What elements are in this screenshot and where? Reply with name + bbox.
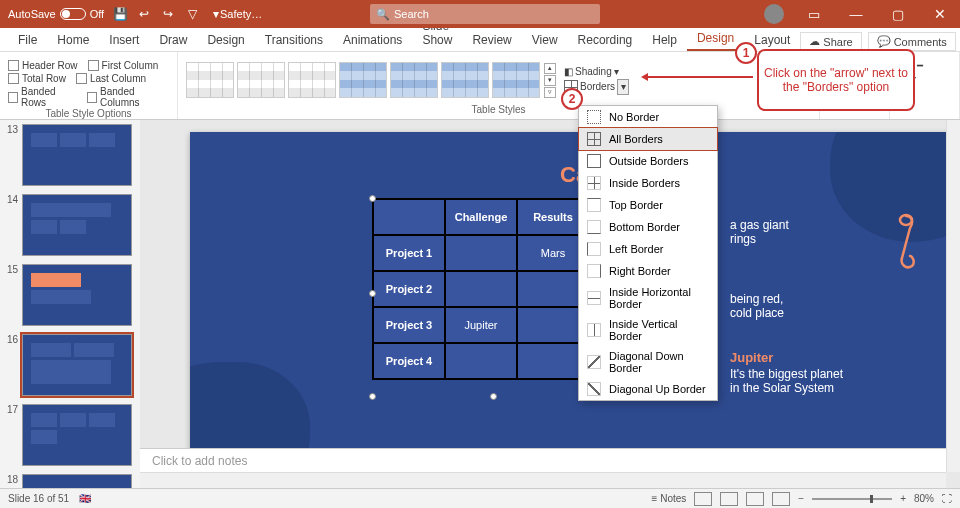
gallery-expand[interactable]: ▴▾▿ [543, 63, 557, 98]
normal-view-icon[interactable] [694, 492, 712, 506]
annotation-badge-1: 1 [735, 42, 757, 64]
redo-icon[interactable]: ↪ [160, 6, 176, 22]
title-bar: AutoSave Off 💾 ↩ ↪ ▽ ▾ Safety… 🔍 Search … [0, 0, 960, 28]
annotation-badge-2: 2 [561, 88, 583, 110]
style-thumb[interactable] [288, 62, 336, 98]
tab-draw[interactable]: Draw [149, 29, 197, 51]
status-bar: Slide 16 of 51 🇬🇧 ≡ Notes − + 80% ⛶ [0, 488, 960, 508]
user-avatar[interactable] [764, 4, 784, 24]
table-styles-gallery[interactable]: ▴▾▿ ◧Shading▾ Borders ▾ [186, 56, 811, 104]
style-thumb[interactable] [186, 62, 234, 98]
zoom-slider[interactable] [812, 498, 892, 500]
fill-icon: ◧ [564, 66, 573, 77]
text-line: cold place [730, 306, 784, 320]
slide-counter[interactable]: Slide 16 of 51 [8, 493, 69, 504]
selection-handle[interactable] [369, 195, 376, 202]
menu-diagonal-up-border[interactable]: Diagonal Up Border [579, 378, 717, 400]
style-thumb[interactable] [492, 62, 540, 98]
slide-thumbnails-panel[interactable]: 13 14 15 16 17 18 [0, 120, 140, 488]
close-button[interactable]: ✕ [920, 0, 960, 28]
chk-banded-cols[interactable]: Banded Columns [87, 86, 169, 108]
fit-slide-icon[interactable]: ⛶ [942, 493, 952, 504]
tab-view[interactable]: View [522, 29, 568, 51]
menu-inside-vertical-border[interactable]: Inside Vertical Border [579, 314, 717, 346]
menu-bottom-border[interactable]: Bottom Border [579, 216, 717, 238]
menu-all-borders[interactable]: All Borders [579, 128, 717, 150]
menu-diagonal-down-border[interactable]: Diagonal Down Border [579, 346, 717, 378]
zoom-in-icon[interactable]: + [900, 493, 906, 504]
start-show-icon[interactable]: ▽ [184, 6, 200, 22]
selection-handle[interactable] [490, 393, 497, 400]
borders-dropdown-menu: No Border All Borders Outside Borders In… [578, 105, 718, 401]
tab-home[interactable]: Home [47, 29, 99, 51]
menu-no-border[interactable]: No Border [579, 106, 717, 128]
menu-inside-borders[interactable]: Inside Borders [579, 172, 717, 194]
search-icon: 🔍 [376, 8, 390, 21]
search-placeholder: Search [394, 8, 429, 20]
shading-button[interactable]: ◧Shading▾ [564, 66, 629, 77]
sorter-view-icon[interactable] [720, 492, 738, 506]
language-status[interactable]: 🇬🇧 [79, 493, 91, 504]
chk-first-column[interactable]: First Column [88, 60, 159, 71]
zoom-out-icon[interactable]: − [798, 493, 804, 504]
menu-outside-borders[interactable]: Outside Borders [579, 150, 717, 172]
annotation-callout: Click on the "arrow" next to the "Border… [757, 49, 915, 111]
horizontal-scrollbar[interactable] [140, 472, 946, 488]
slide-thumb-active[interactable] [22, 334, 132, 396]
search-box[interactable]: 🔍 Search [370, 4, 600, 24]
selection-handle[interactable] [369, 290, 376, 297]
slide-editor[interactable]: Case ChallengeResultsS Project 1Mars Pro… [140, 120, 960, 488]
text-title: Jupiter [730, 350, 843, 365]
menu-inside-horizontal-border[interactable]: Inside Horizontal Border [579, 282, 717, 314]
menu-top-border[interactable]: Top Border [579, 194, 717, 216]
menu-left-border[interactable]: Left Border [579, 238, 717, 260]
text-line: rings [730, 232, 789, 246]
tab-animations[interactable]: Animations [333, 29, 412, 51]
slide-thumb[interactable] [22, 404, 132, 466]
slide-thumb[interactable] [22, 194, 132, 256]
selection-handle[interactable] [369, 393, 376, 400]
tab-transitions[interactable]: Transitions [255, 29, 333, 51]
restore-button[interactable]: ▢ [878, 0, 918, 28]
notes-toggle[interactable]: ≡ Notes [652, 493, 687, 504]
chk-header-row[interactable]: Header Row [8, 60, 78, 71]
decorative-blob [190, 362, 310, 452]
text-line: being red, [730, 292, 784, 306]
chk-last-column[interactable]: Last Column [76, 73, 146, 84]
minimize-button[interactable]: — [836, 0, 876, 28]
menu-right-border[interactable]: Right Border [579, 260, 717, 282]
style-thumb[interactable] [237, 62, 285, 98]
vertical-scrollbar[interactable] [946, 120, 960, 472]
ribbon-options-icon[interactable]: ▭ [794, 0, 834, 28]
notes-pane[interactable]: Click to add notes [140, 448, 946, 472]
safety-pin-icon [892, 212, 920, 272]
tab-insert[interactable]: Insert [99, 29, 149, 51]
workspace: 13 14 15 16 17 18 Case ChallengeResultsS… [0, 120, 960, 488]
save-icon[interactable]: 💾 [112, 6, 128, 22]
slide-thumb[interactable] [22, 474, 132, 488]
text-line: a gas giant [730, 218, 789, 232]
borders-dropdown-arrow[interactable]: ▾ [617, 79, 629, 95]
tab-recording[interactable]: Recording [568, 29, 643, 51]
slideshow-view-icon[interactable] [772, 492, 790, 506]
autosave-toggle[interactable]: AutoSave Off [8, 8, 104, 20]
tab-design[interactable]: Design [197, 29, 254, 51]
style-thumb[interactable] [390, 62, 438, 98]
slide-thumb[interactable] [22, 124, 132, 186]
style-thumb[interactable] [339, 62, 387, 98]
tab-review[interactable]: Review [462, 29, 521, 51]
slide-canvas[interactable]: Case ChallengeResultsS Project 1Mars Pro… [190, 132, 960, 452]
reading-view-icon[interactable] [746, 492, 764, 506]
annotation-arrow [643, 76, 753, 78]
text-line: in the Solar System [730, 381, 843, 395]
text-line: It's the biggest planet [730, 367, 843, 381]
tab-file[interactable]: File [8, 29, 47, 51]
style-thumb[interactable] [441, 62, 489, 98]
zoom-value[interactable]: 80% [914, 493, 934, 504]
notes-placeholder: Click to add notes [152, 454, 247, 468]
tab-help[interactable]: Help [642, 29, 687, 51]
undo-icon[interactable]: ↩ [136, 6, 152, 22]
chk-total-row[interactable]: Total Row [8, 73, 66, 84]
slide-thumb[interactable] [22, 264, 132, 326]
chk-banded-rows[interactable]: Banded Rows [8, 86, 77, 108]
